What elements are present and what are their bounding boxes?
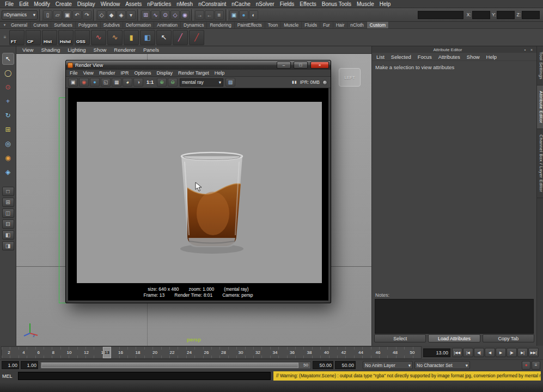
snap-to-grid-icon[interactable]: ⊞ <box>141 10 150 20</box>
select-hierarchy-icon[interactable]: ◇ <box>97 10 106 20</box>
attribute-editor-menu-item[interactable]: Help <box>483 54 501 60</box>
shelf-tab-menu-button[interactable]: ▾ <box>1 22 8 28</box>
shelf-tab[interactable]: Fur <box>320 22 333 28</box>
render-view-menu-item[interactable]: Render Target <box>175 70 212 76</box>
menu-item[interactable]: Edit <box>16 0 31 8</box>
open-scene-icon[interactable]: ▱ <box>53 10 62 20</box>
panel-tab[interactable]: Attribute Editor <box>537 85 543 129</box>
shelf-tab[interactable]: Hair <box>333 22 348 28</box>
keep-image-icon[interactable]: ⊕ <box>157 78 167 87</box>
make-live-icon[interactable]: ◉ <box>180 10 190 20</box>
maximize-button[interactable]: □ <box>294 62 308 69</box>
ipr-render-icon[interactable]: ● <box>239 10 248 20</box>
rotate-tool[interactable]: ↻ <box>2 109 14 121</box>
render-view-menu-item[interactable]: Display <box>154 70 175 76</box>
attribute-editor-menu-item[interactable]: Attributes <box>435 54 463 60</box>
soft-modification-tool[interactable]: ◉ <box>2 152 14 164</box>
menu-item[interactable]: Window <box>98 0 123 8</box>
render-view-titlebar[interactable]: Render View – □ × <box>66 60 331 70</box>
shelf-tab[interactable]: Surfaces <box>51 22 76 28</box>
shelf-oss-button[interactable]: OSS <box>75 30 90 45</box>
shelf-tab[interactable]: Dynamics <box>181 22 207 28</box>
animation-end-field[interactable] <box>335 361 356 369</box>
snap-to-point-icon[interactable]: ⊙ <box>161 10 170 20</box>
step-forward-key-button[interactable]: |▶ <box>507 348 517 357</box>
shelf-tab[interactable]: General <box>8 22 30 28</box>
shelf-hshd-button[interactable]: Hshd <box>58 30 74 45</box>
range-slider-bar[interactable] <box>41 363 298 368</box>
shelf-tab[interactable]: Muscle <box>281 22 302 28</box>
output-connections-icon[interactable]: ← <box>205 10 214 20</box>
status-line-divider[interactable] <box>39 9 41 21</box>
shelf-tab[interactable]: Animation <box>154 22 181 28</box>
current-frame-marker[interactable]: 13 <box>103 347 111 358</box>
shelf-menu-button[interactable]: ≡ <box>2 30 8 45</box>
time-slider[interactable]: 2468101214161820222426283032343638404244… <box>1 346 422 359</box>
minimize-button[interactable]: – <box>277 62 291 69</box>
shelf-cp-button[interactable]: CP <box>26 30 41 45</box>
shelf-ft-button[interactable]: FT <box>9 30 25 45</box>
menu-set-dropdown[interactable]: nDynamics ▾ <box>2 10 38 20</box>
playback-end-field[interactable] <box>313 361 333 369</box>
menu-item[interactable]: Effects <box>297 0 319 8</box>
three-pane-left-layout-button[interactable]: ◧ <box>2 230 14 240</box>
step-back-frame-button[interactable]: |◀ <box>463 348 473 357</box>
select-tool[interactable]: ↖ <box>2 53 14 65</box>
panel-menu-item[interactable]: Show <box>90 47 111 53</box>
attribute-editor-menu-item[interactable]: Focus <box>414 54 435 60</box>
anim-layer-dropdown[interactable]: No Anim Layer ▾ <box>363 361 413 369</box>
panel-menu-item[interactable]: Renderer <box>110 47 139 53</box>
render-view-menu-item[interactable]: Render <box>96 70 118 76</box>
range-slider-track[interactable]: 50 <box>40 362 311 369</box>
panel-menu-item[interactable]: Panels <box>139 47 163 53</box>
two-pane-stacked-layout-button[interactable]: ⊟ <box>2 219 14 229</box>
menu-item[interactable]: nCache <box>229 0 253 8</box>
menu-item[interactable]: nMesh <box>174 0 196 8</box>
panel-menu-item[interactable]: View <box>19 47 37 53</box>
shelf-hist-button[interactable]: Hist <box>42 30 57 45</box>
new-scene-icon[interactable]: ▯ <box>43 10 52 20</box>
copy-tab-button[interactable]: Copy Tab <box>483 334 534 342</box>
snap-to-plane-icon[interactable]: ◇ <box>170 10 180 20</box>
menu-item[interactable]: nParticles <box>144 0 174 8</box>
coordinate-field[interactable] <box>472 11 490 19</box>
scale-tool[interactable]: ⊞ <box>2 124 14 136</box>
undo-icon[interactable]: ↶ <box>72 10 82 20</box>
remove-image-icon[interactable]: ⊖ <box>168 78 178 87</box>
attribute-editor-pin-icon[interactable]: ▪ <box>522 47 528 52</box>
two-pane-side-layout-button[interactable]: ◫ <box>2 209 14 218</box>
menu-item[interactable]: Bonus Tools <box>319 0 354 8</box>
shelf-tab[interactable]: Curves <box>30 22 51 28</box>
animation-start-field[interactable] <box>2 361 19 369</box>
universal-manipulator-tool[interactable]: ◎ <box>2 138 14 150</box>
snap-to-curve-icon[interactable]: ∿ <box>151 10 160 20</box>
save-scene-icon[interactable]: ▣ <box>63 10 72 20</box>
status-line-divider[interactable] <box>225 9 228 21</box>
zoom-one-to-one-button[interactable]: 1:1 <box>144 79 156 85</box>
construction-history-icon[interactable]: ≡ <box>215 10 224 20</box>
paint-selection-tool[interactable]: ⊙ <box>2 81 14 93</box>
snapshot-icon[interactable]: ▦ <box>112 78 121 87</box>
attribute-editor-menu-item[interactable]: List <box>373 54 388 60</box>
status-line-divider[interactable] <box>137 9 139 21</box>
renderer-dropdown[interactable]: mental ray ▾ <box>180 78 223 87</box>
show-manipulator-tool[interactable]: ◈ <box>2 166 14 178</box>
command-line-input[interactable] <box>18 372 271 380</box>
shelf-tab[interactable]: Subdivs <box>101 22 123 28</box>
quick-select-input[interactable] <box>418 11 463 19</box>
panel-tab[interactable]: Tool Settings <box>537 46 543 85</box>
pause-ipr-icon[interactable]: ▮▮ <box>292 80 297 84</box>
play-forwards-button[interactable]: ▶ <box>496 348 506 357</box>
render-view-menu-item[interactable]: Help <box>212 70 228 76</box>
input-connections-icon[interactable]: → <box>195 10 204 20</box>
single-pane-layout-button[interactable]: □ <box>2 187 14 196</box>
cv-curve-tool-icon[interactable]: ∿ <box>91 30 106 45</box>
select-component-icon[interactable]: ◈ <box>117 10 126 20</box>
close-button[interactable]: × <box>310 62 329 69</box>
playback-start-field[interactable] <box>21 361 38 369</box>
menu-item[interactable]: Fields <box>277 0 297 8</box>
shelf-tab[interactable]: Rendering <box>207 22 234 28</box>
render-view-menu-item[interactable]: View <box>81 70 96 76</box>
attribute-editor-close-icon[interactable]: × <box>529 47 534 52</box>
shelf-tab[interactable]: nCloth <box>347 22 367 28</box>
